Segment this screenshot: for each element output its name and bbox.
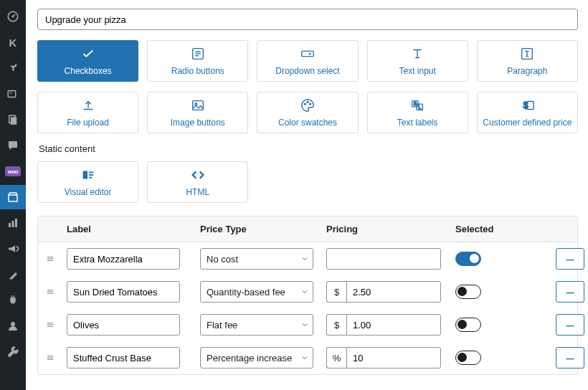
static-html[interactable]: HTML xyxy=(147,161,248,203)
drag-handle[interactable] xyxy=(45,353,67,363)
field-type-label: Text input xyxy=(399,66,436,76)
field-type-label: Text labels xyxy=(397,118,438,128)
selected-toggle[interactable] xyxy=(455,318,481,332)
nav-appearance[interactable] xyxy=(0,262,26,287)
svg-text:L: L xyxy=(419,105,422,110)
field-type-text[interactable]: Text input xyxy=(367,40,468,82)
nav-pages[interactable] xyxy=(0,108,26,132)
option-title-input[interactable] xyxy=(37,9,578,30)
price-type-select[interactable]: Flat fee xyxy=(200,314,313,336)
main-content: Checkboxes Radio buttons Dropdown select… xyxy=(26,0,588,390)
svg-rect-7 xyxy=(9,223,11,227)
price-input-empty[interactable] xyxy=(326,248,441,270)
remove-row-button[interactable]: – xyxy=(556,314,584,336)
svg-rect-9 xyxy=(15,219,17,227)
field-type-grid-2: File upload Image buttons Color swatches… xyxy=(37,92,578,133)
svg-rect-6 xyxy=(9,195,17,201)
price-type-select[interactable]: No cost xyxy=(200,248,313,270)
field-type-label: Color swatches xyxy=(278,118,337,128)
nav-tools[interactable] xyxy=(0,340,26,364)
static-content-heading: Static content xyxy=(39,143,578,154)
static-type-grid: Visual editor HTML xyxy=(37,161,578,203)
field-type-image-buttons[interactable]: Image buttons xyxy=(147,92,248,133)
option-label-input[interactable] xyxy=(67,314,180,336)
nav-media[interactable] xyxy=(0,82,26,106)
svg-point-1 xyxy=(12,16,14,18)
svg-rect-2 xyxy=(8,91,16,98)
static-type-label: Visual editor xyxy=(65,187,112,197)
price-prefix: $ xyxy=(326,314,346,336)
field-type-text-labels[interactable]: SL Text labels xyxy=(367,92,468,133)
field-type-dropdown[interactable]: Dropdown select xyxy=(257,40,358,82)
drag-handle[interactable] xyxy=(45,287,67,297)
price-type-select[interactable]: Percentage increase xyxy=(200,347,313,368)
price-prefix: $ xyxy=(326,281,346,303)
price-input[interactable] xyxy=(346,281,441,303)
col-price-type: Price Type xyxy=(200,224,326,234)
price-input[interactable] xyxy=(346,314,441,336)
nav-comments[interactable] xyxy=(0,133,26,158)
field-type-file-upload[interactable]: File upload xyxy=(37,92,138,133)
price-type-select[interactable]: Quantity-based fee xyxy=(200,281,313,303)
nav-k[interactable]: K xyxy=(0,30,26,54)
price-prefix: % xyxy=(326,347,346,368)
field-type-customer-price[interactable]: $ Customer defined price xyxy=(477,92,578,133)
table-row: Flat fee $ – xyxy=(38,308,577,341)
field-type-label: Radio buttons xyxy=(171,66,224,76)
field-type-checkboxes[interactable]: Checkboxes xyxy=(37,40,138,82)
table-row: No cost – xyxy=(38,242,577,275)
col-label: Label xyxy=(67,224,200,234)
table-header: Label Price Type Pricing Selected xyxy=(38,217,577,242)
nav-marketing[interactable] xyxy=(0,237,26,261)
static-type-label: HTML xyxy=(186,187,209,197)
svg-point-10 xyxy=(11,322,15,326)
svg-rect-28 xyxy=(82,171,87,179)
svg-point-3 xyxy=(10,92,11,93)
options-table: Label Price Type Pricing Selected No cos… xyxy=(37,216,578,375)
col-pricing: Pricing xyxy=(326,224,455,234)
nav-products[interactable] xyxy=(0,185,26,209)
field-type-paragraph[interactable]: Paragraph xyxy=(477,40,578,82)
table-row: Percentage increase % – xyxy=(38,341,577,374)
svg-point-20 xyxy=(307,102,308,103)
field-type-grid-1: Checkboxes Radio buttons Dropdown select… xyxy=(37,40,578,82)
field-type-label: Checkboxes xyxy=(65,66,112,76)
drag-handle[interactable] xyxy=(45,320,67,330)
nav-dashboard[interactable] xyxy=(0,4,26,29)
selected-toggle[interactable] xyxy=(455,252,481,266)
remove-row-button[interactable]: – xyxy=(556,248,584,270)
svg-rect-5 xyxy=(11,117,16,125)
svg-rect-15 xyxy=(302,51,314,56)
nav-woo[interactable]: woo xyxy=(0,159,26,184)
field-type-color-swatches[interactable]: Color swatches xyxy=(257,92,358,133)
option-label-input[interactable] xyxy=(67,347,180,368)
table-row: Quantity-based fee $ – xyxy=(38,275,577,308)
remove-row-button[interactable]: – xyxy=(556,347,584,368)
field-type-label: Dropdown select xyxy=(275,66,339,76)
nav-analytics[interactable] xyxy=(0,211,26,235)
field-type-radio[interactable]: Radio buttons xyxy=(147,40,248,82)
price-input[interactable] xyxy=(346,347,441,368)
field-type-label: Customer defined price xyxy=(483,118,572,128)
selected-toggle[interactable] xyxy=(455,285,481,299)
static-visual-editor[interactable]: Visual editor xyxy=(37,161,138,203)
svg-point-19 xyxy=(304,103,305,105)
nav-pin[interactable] xyxy=(0,56,26,80)
svg-rect-17 xyxy=(192,101,203,110)
field-type-label: File upload xyxy=(67,118,109,128)
svg-text:S: S xyxy=(414,101,417,106)
admin-sidebar: K woo xyxy=(0,0,26,390)
remove-row-button[interactable]: – xyxy=(556,281,584,303)
option-label-input[interactable] xyxy=(67,248,180,270)
selected-toggle[interactable] xyxy=(455,351,481,365)
option-label-input[interactable] xyxy=(67,281,180,303)
nav-users[interactable] xyxy=(0,314,26,338)
svg-rect-8 xyxy=(12,221,14,227)
drag-handle[interactable] xyxy=(45,254,67,264)
nav-plugins[interactable] xyxy=(0,288,26,313)
field-type-label: Image buttons xyxy=(171,118,225,128)
field-type-label: Paragraph xyxy=(507,66,547,76)
col-selected: Selected xyxy=(455,224,534,234)
svg-point-21 xyxy=(310,103,311,105)
